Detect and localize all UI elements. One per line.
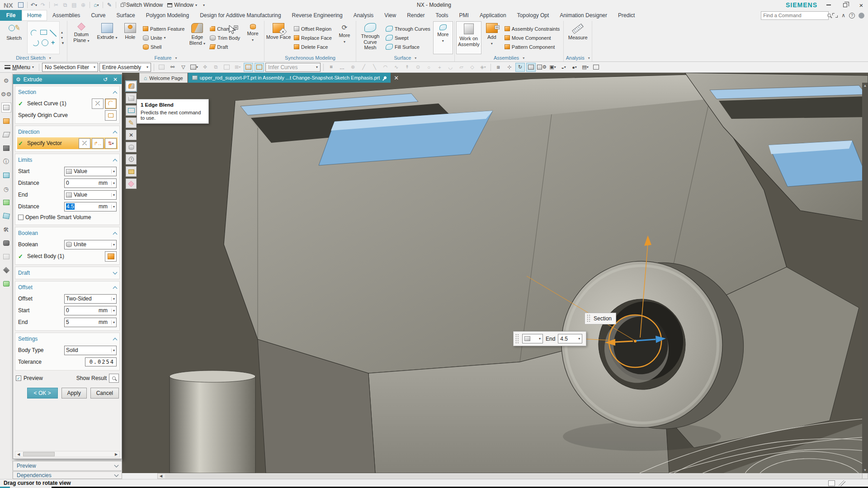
manage-attributes-icon[interactable]: [1, 211, 11, 221]
tab-curve[interactable]: Curve: [85, 10, 111, 21]
selection-filter-dropdown[interactable]: No Selection Filter▾: [42, 63, 98, 72]
fit-view-icon[interactable]: ⊹: [505, 63, 514, 72]
tab-close-icon[interactable]: ✕: [391, 73, 401, 83]
vector-dialog-button[interactable]: ↱‥: [92, 138, 104, 149]
move-object-icon[interactable]: ✥: [200, 63, 210, 72]
drag-handle[interactable]: [515, 334, 519, 344]
end-distance-input[interactable]: 4.5mm▾: [64, 202, 117, 211]
part-cylinder[interactable]: [170, 371, 255, 473]
menu-button[interactable]: MMenu▾: [2, 64, 36, 70]
snap-options-icon[interactable]: …: [337, 63, 347, 72]
model-canvas[interactable]: [122, 73, 868, 473]
line-tool-icon[interactable]: [50, 30, 57, 37]
pattern-feature-button[interactable]: Pattern Feature: [142, 25, 186, 33]
deselect-button[interactable]: ⤫: [92, 99, 104, 109]
group-launcher-icon[interactable]: ▾: [49, 56, 51, 60]
copy-icon[interactable]: ⧉: [61, 1, 69, 9]
predicted-help-button[interactable]: ?: [126, 154, 137, 164]
undo-icon[interactable]: ↶▾: [30, 1, 38, 9]
predicted-sketch-button[interactable]: ✎: [126, 117, 137, 128]
body-type-dropdown[interactable]: Solid▾: [64, 346, 117, 355]
scrollbar-thumb[interactable]: [23, 452, 55, 456]
datum-tool-icon[interactable]: [1, 265, 11, 275]
dialog-reset-icon[interactable]: ↺: [102, 76, 109, 83]
find-command-input[interactable]: [763, 13, 827, 18]
part-navigator-icon[interactable]: [1, 130, 11, 140]
through-curves-button[interactable]: Through Curves: [384, 25, 432, 33]
tab-pmi[interactable]: PMI: [454, 10, 474, 21]
true-shading-icon[interactable]: ●▾: [570, 63, 579, 72]
origin-curve-button[interactable]: [105, 110, 117, 121]
pattern-component-button[interactable]: Pattern Component: [503, 43, 561, 51]
render-style-icon[interactable]: ⚙: [537, 63, 547, 72]
shell-button[interactable]: Shell: [142, 43, 186, 51]
tab-view[interactable]: View: [379, 10, 401, 21]
section-chip[interactable]: Section: [585, 313, 616, 324]
swept-button[interactable]: Swept: [384, 34, 432, 42]
snap-endpoint-icon[interactable]: ╱: [359, 63, 368, 72]
paste-icon[interactable]: ▤: [70, 1, 78, 9]
window-menu-button[interactable]: Window▾: [165, 2, 199, 8]
user-avatar[interactable]: [859, 13, 864, 19]
predicted-hole-button[interactable]: [126, 142, 137, 152]
viewport-horizontal-scrollbar[interactable]: ◀: [157, 473, 862, 479]
pin-icon[interactable]: [383, 76, 387, 80]
drag-handle[interactable]: [587, 314, 591, 323]
tab-polygon-modeling[interactable]: Polygon Modeling: [141, 10, 194, 21]
preview-panel-header[interactable]: Preview: [13, 461, 122, 471]
show-related-icon[interactable]: ⧉: [211, 63, 221, 72]
snap-pole-icon[interactable]: ∿: [392, 63, 401, 72]
replace-face-button[interactable]: Replace Face: [292, 34, 333, 42]
section-group-header[interactable]: Section: [18, 87, 117, 98]
through-curve-mesh-button[interactable]: Through Curve Mesh: [358, 21, 383, 54]
tab-topology-opt[interactable]: Topology Opt: [512, 10, 555, 21]
snap-ellipse-icon[interactable]: ○: [424, 63, 434, 72]
machining-wizard-icon[interactable]: ⚙⚙: [1, 89, 11, 99]
start-option-dropdown[interactable]: Value▾: [64, 167, 117, 176]
scroll-right-icon[interactable]: ▶: [113, 452, 119, 456]
tab-analysis[interactable]: Analysis: [348, 10, 379, 21]
datum-plane-button[interactable]: Datum Plane ▾: [69, 21, 94, 54]
predicted-edge-blend-button[interactable]: [126, 81, 137, 91]
touch-mode-icon[interactable]: ✎: [105, 1, 113, 9]
hole-button[interactable]: Hole: [120, 21, 140, 54]
tab-home[interactable]: Home: [22, 10, 47, 21]
dialog-header[interactable]: ⚙ Extrude ↺ ✕: [13, 75, 122, 84]
offset-start-input[interactable]: 0mm▾: [64, 306, 117, 315]
assembly-constraints-button[interactable]: Assembly Constraints: [503, 25, 561, 33]
cancel-button[interactable]: Cancel: [90, 388, 119, 399]
select-solid-icon[interactable]: [222, 63, 231, 72]
fullscreen-icon[interactable]: [832, 13, 838, 18]
start-distance-input[interactable]: 0mm▾: [64, 178, 117, 188]
scroll-up-icon[interactable]: ▴: [61, 30, 65, 34]
roles-icon[interactable]: ⚙: [1, 75, 11, 85]
rectangle-tool-icon[interactable]: [40, 30, 47, 35]
show-hide-icon[interactable]: [591, 63, 601, 72]
select-body-button[interactable]: [105, 251, 117, 262]
offset-end-input[interactable]: 5mm▾: [64, 318, 117, 327]
shaded-view-toggle[interactable]: [526, 63, 536, 72]
measure-button[interactable]: Measure: [565, 21, 590, 54]
vertical-scrollbar[interactable]: ▲ ▼: [862, 83, 868, 473]
tab-render[interactable]: Render: [401, 10, 430, 21]
predicted-chamfer-button[interactable]: [126, 93, 137, 103]
part-family-icon[interactable]: [1, 279, 11, 289]
highlight-edges-toggle[interactable]: [255, 63, 264, 72]
reuse-library-icon[interactable]: [1, 143, 11, 153]
feature-more-button[interactable]: More▾: [243, 21, 263, 54]
scroll-down-icon[interactable]: ▼: [863, 467, 867, 473]
deselect-vector-button[interactable]: ⤫: [79, 138, 90, 149]
offset-option-dropdown[interactable]: Two-Sided▾: [64, 294, 117, 304]
snap-curve-icon[interactable]: ◠: [381, 63, 390, 72]
restore-button[interactable]: [840, 1, 850, 9]
visual-reports-icon[interactable]: [1, 238, 11, 248]
group-launcher-icon[interactable]: ▾: [523, 56, 524, 60]
add-component-button[interactable]: ⇦ Add▾: [482, 21, 502, 54]
graphics-viewport[interactable]: ⌂ Welcome Page upper_rod_support-PT.prt …: [122, 73, 868, 473]
snap-knot-icon[interactable]: ↟: [402, 63, 412, 72]
grid-snap-icon[interactable]: ⌗: [326, 63, 336, 72]
predicted-delete-button[interactable]: ✕: [126, 130, 137, 140]
tab-file[interactable]: File: [0, 10, 22, 21]
snap-point-icon[interactable]: ⊕: [348, 63, 358, 72]
offset-region-button[interactable]: Offset Region: [292, 25, 333, 33]
